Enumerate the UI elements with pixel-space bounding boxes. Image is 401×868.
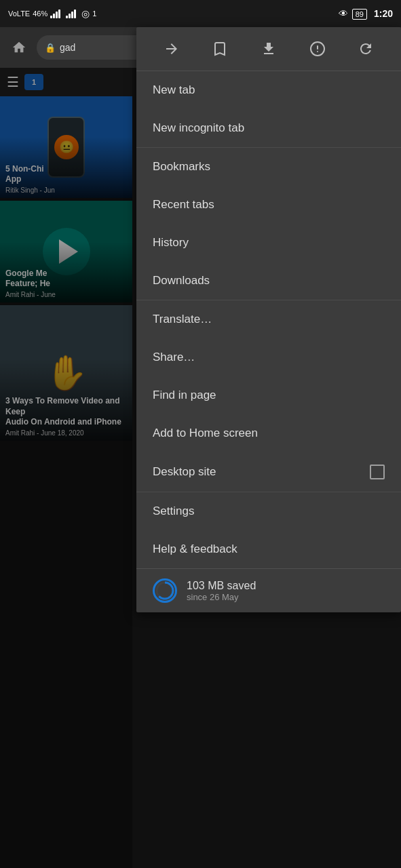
menu-item-add-to-home[interactable]: Add to Home screen (136, 414, 401, 452)
carrier-text: VoLTE (8, 9, 30, 18)
menu-item-find-in-page-label: Find in page (153, 389, 216, 402)
menu-item-desktop-site-label: Desktop site (153, 465, 216, 479)
menu-item-bookmarks[interactable]: Bookmarks (136, 148, 401, 186)
menu-item-help-feedback[interactable]: Help & feedback (136, 530, 401, 568)
dropdown-menu: New tab New incognito tab Bookmarks Rece… (136, 27, 401, 612)
menu-item-new-incognito-tab[interactable]: New incognito tab (136, 109, 401, 147)
battery-level: 89 (356, 10, 364, 18)
menu-item-add-to-home-label: Add to Home screen (153, 427, 258, 440)
menu-item-desktop-site[interactable]: Desktop site (136, 452, 401, 492)
menu-download-icon[interactable] (254, 34, 284, 64)
desktop-site-checkbox[interactable] (370, 465, 385, 479)
savings-text: 103 MB saved since 26 May (187, 580, 256, 602)
time-display: 1:20 (374, 8, 393, 19)
menu-item-translate-label: Translate… (153, 313, 212, 326)
menu-item-new-incognito-tab-label: New incognito tab (153, 121, 244, 135)
menu-item-help-feedback-label: Help & feedback (153, 542, 237, 556)
savings-amount-text: 103 MB saved (187, 580, 256, 592)
url-text: gad (60, 42, 75, 53)
battery-indicator: 89 (352, 9, 367, 19)
lock-icon: 🔒 (45, 43, 56, 53)
menu-item-new-tab-label: New tab (153, 83, 195, 97)
wifi-icon: ◎ (81, 8, 90, 19)
menu-item-settings-label: Settings (153, 505, 194, 518)
savings-icon (153, 578, 177, 603)
menu-item-translate[interactable]: Translate… (136, 300, 401, 338)
menu-item-history-label: History (153, 236, 189, 250)
status-right: 👁 89 1:20 (339, 8, 393, 19)
home-button[interactable] (5, 34, 33, 61)
status-bar: VoLTE 46% ◎ 1 👁 89 1:20 (0, 0, 401, 27)
menu-item-recent-tabs-label: Recent tabs (153, 198, 214, 212)
savings-chart (155, 580, 175, 601)
savings-since-text: since 26 May (187, 592, 256, 602)
menu-refresh-icon[interactable] (351, 34, 381, 64)
menu-item-history[interactable]: History (136, 224, 401, 262)
status-left: VoLTE 46% ◎ 1 (8, 8, 96, 19)
menu-info-icon[interactable] (303, 34, 332, 64)
menu-item-share-label: Share… (153, 351, 195, 364)
signal-bars-2 (66, 9, 76, 18)
menu-toolbar-row (136, 27, 401, 71)
data-savings-row: 103 MB saved since 26 May (136, 568, 401, 612)
battery-box: 89 (352, 9, 367, 20)
menu-forward-icon[interactable] (157, 34, 187, 64)
menu-item-downloads-label: Downloads (153, 274, 210, 288)
menu-item-downloads[interactable]: Downloads (136, 262, 401, 300)
menu-item-bookmarks-label: Bookmarks (153, 160, 210, 174)
menu-item-recent-tabs[interactable]: Recent tabs (136, 186, 401, 224)
menu-item-settings[interactable]: Settings (136, 492, 401, 530)
menu-item-new-tab[interactable]: New tab (136, 71, 401, 109)
menu-bookmark-icon[interactable] (205, 34, 235, 64)
notification-count: 1 (92, 9, 96, 18)
signal-bars (50, 9, 60, 18)
menu-item-find-in-page[interactable]: Find in page (136, 376, 401, 414)
datasaver-icon: 👁 (339, 8, 348, 19)
menu-item-share[interactable]: Share… (136, 338, 401, 376)
network-type: 46% (33, 9, 47, 18)
